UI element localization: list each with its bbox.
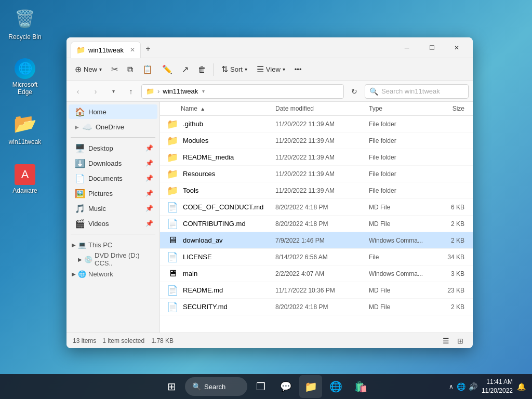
file-date: 11/20/2022 11:39 AM: [275, 121, 369, 128]
sidebar-item-pictures[interactable]: 🖼️ Pictures 📌: [69, 186, 157, 201]
file-date: 11/20/2022 11:39 AM: [275, 170, 369, 178]
table-row[interactable]: 📁 README_media 11/20/2022 11:39 AM File …: [160, 149, 473, 166]
table-row[interactable]: 📁 Modules 11/20/2022 11:39 AM File folde…: [160, 132, 473, 149]
file-name: download_av: [183, 236, 223, 244]
minimize-button[interactable]: ─: [395, 39, 419, 56]
sort-chevron-icon: ▾: [245, 66, 247, 72]
sidebar-item-downloads[interactable]: ⬇️ Downloads 📌: [69, 156, 157, 170]
more-button[interactable]: •••: [290, 61, 306, 78]
sidebar-expand-network[interactable]: ▶ 🌐 Network: [66, 267, 159, 281]
status-right: ☰ ⊞: [440, 335, 467, 347]
table-row[interactable]: 📄 SECURITY.md 8/20/2022 4:18 PM MD File …: [160, 299, 473, 315]
back-button[interactable]: ‹: [71, 84, 85, 99]
new-tab-button[interactable]: +: [141, 42, 155, 56]
system-tray: ∧ 🌐 🔊: [449, 382, 477, 391]
task-view-icon: ❐: [256, 380, 265, 393]
table-row[interactable]: 📄 LICENSE 8/14/2022 6:56 AM File 34 KB: [160, 249, 473, 265]
sidebar-item-onedrive[interactable]: ▶ ☁️ OneDrive: [69, 119, 157, 134]
sidebar-expand-this-pc[interactable]: ▶ 💻 This PC: [66, 237, 159, 252]
file-date: 8/20/2022 4:18 PM: [275, 303, 369, 311]
store-taskbar-button[interactable]: 🛍️: [349, 375, 372, 398]
explorer-tab[interactable]: 📁 win11tweak ✕: [71, 42, 141, 58]
forward-button[interactable]: ›: [88, 84, 103, 99]
sort-button[interactable]: ⇅ Sort ▾: [217, 61, 251, 78]
file-explorer-taskbar-button[interactable]: 📁: [299, 375, 322, 398]
cut-button[interactable]: ✂: [107, 61, 122, 78]
table-row[interactable]: 📁 Tools 11/20/2022 11:39 AM File folder: [160, 182, 473, 199]
copy-button[interactable]: ⧉: [123, 61, 137, 78]
file-icon-5: 📄: [166, 202, 179, 213]
recent-locations-button[interactable]: ▾: [106, 84, 121, 99]
file-name: SECURITY.md: [183, 303, 228, 311]
win11tweak-desktop-icon[interactable]: 📂 win11tweak: [4, 109, 46, 148]
table-row[interactable]: 📄 CODE_OF_CONDUCT.md 8/20/2022 4:18 PM M…: [160, 199, 473, 216]
file-type: File folder: [369, 137, 436, 144]
file-date: 8/14/2022 6:56 AM: [275, 254, 369, 261]
file-type: MD File: [369, 303, 436, 311]
task-view-button[interactable]: ❐: [249, 375, 272, 398]
new-button[interactable]: ⊕ New ▾: [71, 61, 106, 78]
col-size-header[interactable]: Size: [436, 105, 473, 112]
up-button[interactable]: ↑: [124, 84, 138, 99]
file-name: LICENSE: [183, 253, 212, 261]
table-row[interactable]: 🖥 download_av 7/9/2022 1:46 PM Windows C…: [160, 232, 473, 249]
sidebar-item-documents[interactable]: 📄 Documents 📌: [69, 171, 157, 185]
adaware-desktop-icon[interactable]: A Adaware: [4, 162, 46, 196]
file-name: main: [183, 270, 197, 277]
pictures-pin-icon: 📌: [145, 190, 153, 197]
table-row[interactable]: 📄 CONTRIBUTING.md 8/20/2022 4:18 PM MD F…: [160, 216, 473, 232]
table-row[interactable]: 📄 README.md 11/17/2022 10:36 PM MD File …: [160, 282, 473, 299]
recycle-bin-icon[interactable]: 🗑️ Recycle Bin: [4, 4, 46, 43]
details-view-button[interactable]: ☰: [440, 335, 452, 347]
start-button[interactable]: ⊞: [160, 375, 183, 398]
file-type: MD File: [369, 220, 436, 228]
view-chevron-icon: ▾: [283, 66, 285, 72]
table-row[interactable]: 🖥 main 2/2/2022 4:07 AM Windows Comma...…: [160, 265, 473, 282]
rename-button[interactable]: ✏️: [158, 61, 177, 78]
status-bar: 13 items 1 item selected 1.78 KB ☰ ⊞: [66, 332, 473, 348]
store-taskbar-icon: 🛍️: [354, 380, 367, 393]
edge-taskbar-button[interactable]: 🌐: [324, 375, 347, 398]
desktop-icon-sidebar: 🖥️: [75, 143, 85, 153]
network-tray-icon[interactable]: 🌐: [457, 382, 466, 391]
delete-button[interactable]: 🗑: [194, 61, 210, 78]
refresh-button[interactable]: ↻: [347, 84, 362, 99]
onedrive-icon: ☁️: [82, 122, 92, 132]
file-icon-2: 📁: [166, 152, 179, 163]
sidebar-item-home[interactable]: 🏠 Home: [69, 104, 157, 119]
tab-close-icon[interactable]: ✕: [130, 46, 135, 54]
item-count: 13 items: [73, 337, 96, 344]
file-icon-4: 📁: [166, 185, 179, 196]
clock[interactable]: 11:41 AM 11/20/2022: [482, 378, 513, 395]
col-date-header[interactable]: Date modified: [275, 105, 369, 112]
taskbar-right: ∧ 🌐 🔊 11:41 AM 11/20/2022 🔔: [449, 378, 526, 395]
maximize-button[interactable]: ☐: [420, 39, 444, 56]
table-row[interactable]: 📁 .github 11/20/2022 11:39 AM File folde…: [160, 116, 473, 132]
edge-desktop-icon[interactable]: 🌐 Microsoft Edge: [4, 56, 46, 98]
search-bar[interactable]: 🔍 Search win11tweak: [365, 84, 469, 99]
col-type-header[interactable]: Type: [369, 105, 436, 112]
paste-button[interactable]: 📋: [138, 61, 157, 78]
teams-button[interactable]: 💬: [274, 375, 297, 398]
large-icon-view-button[interactable]: ⊞: [454, 335, 467, 347]
chevron-up-icon[interactable]: ∧: [449, 383, 454, 390]
volume-icon[interactable]: 🔊: [469, 382, 477, 391]
sidebar-expand-dvd[interactable]: ▶ 💿 DVD Drive (D:) CCS..: [66, 252, 159, 267]
view-button[interactable]: ☰ View ▾: [252, 61, 289, 78]
sidebar-item-videos[interactable]: 🎬 Videos 📌: [69, 216, 157, 231]
file-size: 2 KB: [436, 237, 473, 244]
col-name-header[interactable]: Name ▲: [160, 105, 275, 112]
sidebar-item-music[interactable]: 🎵 Music 📌: [69, 201, 157, 216]
table-row[interactable]: 📁 Resources 11/20/2022 11:39 AM File fol…: [160, 166, 473, 182]
address-bar[interactable]: 📁 › win11tweak ▾: [141, 84, 344, 99]
file-icon-11: 📄: [166, 301, 179, 313]
share-button[interactable]: ↗: [178, 61, 193, 78]
time: 11:41 AM: [482, 378, 513, 387]
search-icon: 🔍: [369, 87, 378, 96]
close-button[interactable]: ✕: [445, 39, 469, 56]
taskbar-search[interactable]: 🔍 Search: [185, 377, 247, 396]
notification-icon[interactable]: 🔔: [517, 382, 526, 391]
music-icon: 🎵: [75, 204, 85, 214]
sidebar-item-desktop[interactable]: 🖥️ Desktop 📌: [69, 141, 157, 155]
documents-pin-icon: 📌: [145, 175, 153, 182]
